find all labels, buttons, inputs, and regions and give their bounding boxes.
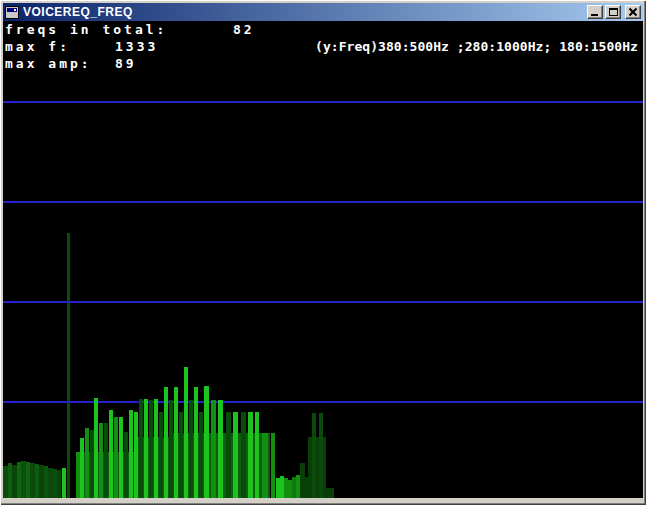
spectrum-bar xyxy=(319,413,323,498)
gridline xyxy=(3,301,643,303)
spectrum-bar xyxy=(119,417,123,498)
window-icon-strip xyxy=(7,8,17,12)
spectrum-bar xyxy=(57,470,61,498)
spectrum-bar xyxy=(218,400,223,498)
spectrum-bar xyxy=(211,400,216,498)
client-area: freqs in total: 82 max f: 1333 (y:Freq)3… xyxy=(3,21,643,498)
max-f-label: max f: xyxy=(5,40,70,54)
spectrum-bar xyxy=(199,412,203,498)
spectrum-bar xyxy=(149,400,153,498)
freqs-total-value: 82 xyxy=(233,23,255,37)
spectrum-fill xyxy=(323,488,334,498)
max-f-value: 1333 xyxy=(115,40,158,54)
spectrum-bar xyxy=(99,423,103,498)
spectrum-bar xyxy=(255,412,259,498)
spectrum-bar xyxy=(139,399,143,498)
spectrum-bar xyxy=(204,386,209,498)
spectrum-bar xyxy=(144,399,148,498)
gridline xyxy=(3,101,643,103)
spectrum-bar xyxy=(94,398,98,498)
spectrum-bar xyxy=(174,387,178,498)
gridline xyxy=(3,201,643,203)
spectrum-bar xyxy=(62,468,66,498)
spectrum-bar xyxy=(184,367,188,498)
gridline xyxy=(3,401,643,403)
spectrum-bar xyxy=(134,412,138,498)
spectrum-bar xyxy=(169,400,173,498)
spectrum-bar xyxy=(124,432,128,498)
max-amp-label: max amp: xyxy=(5,57,92,71)
spectrum-bar xyxy=(226,412,231,498)
spectrum-bar xyxy=(189,400,193,498)
app-window: VOICEREQ_FREQ freqs in total: 82 max f: … xyxy=(0,0,646,505)
spectrum-bar xyxy=(85,428,89,498)
spectrum-bar xyxy=(312,413,316,498)
spectrum-bar xyxy=(154,399,158,498)
spectrum-bar xyxy=(109,410,113,498)
window-title: VOICEREQ_FREQ xyxy=(23,5,585,19)
title-bar[interactable]: VOICEREQ_FREQ xyxy=(3,3,643,21)
maximize-icon xyxy=(609,8,618,16)
max-amp-value: 89 xyxy=(115,57,137,71)
spectrum-bar xyxy=(179,412,183,498)
spectrum-bar xyxy=(233,412,238,498)
spectrum-bar xyxy=(114,417,118,498)
spectrum-spike xyxy=(67,233,70,498)
minimize-button[interactable] xyxy=(587,5,603,19)
window-icon[interactable] xyxy=(5,6,19,19)
spectrum-bar xyxy=(129,410,133,498)
spectrum-bar xyxy=(159,412,163,498)
spectrum-bar xyxy=(104,423,108,498)
freqs-total-label: freqs in total: xyxy=(5,23,167,37)
spectrum-bar xyxy=(271,433,275,498)
spectrum-chart xyxy=(3,21,643,498)
y-axis-legend: (y:Freq)380:500Hz ;280:1000Hz; 180:1500H… xyxy=(315,40,638,54)
spectrum-bar xyxy=(262,433,268,498)
spectrum-bar xyxy=(248,412,253,498)
spectrum-bar xyxy=(164,387,168,498)
spectrum-bar xyxy=(305,477,308,498)
minimize-icon xyxy=(591,14,598,16)
close-button[interactable] xyxy=(625,5,641,19)
spectrum-bar xyxy=(194,387,198,498)
spectrum-bar xyxy=(241,412,246,498)
maximize-button[interactable] xyxy=(605,5,621,19)
spectrum-bar xyxy=(80,438,84,498)
